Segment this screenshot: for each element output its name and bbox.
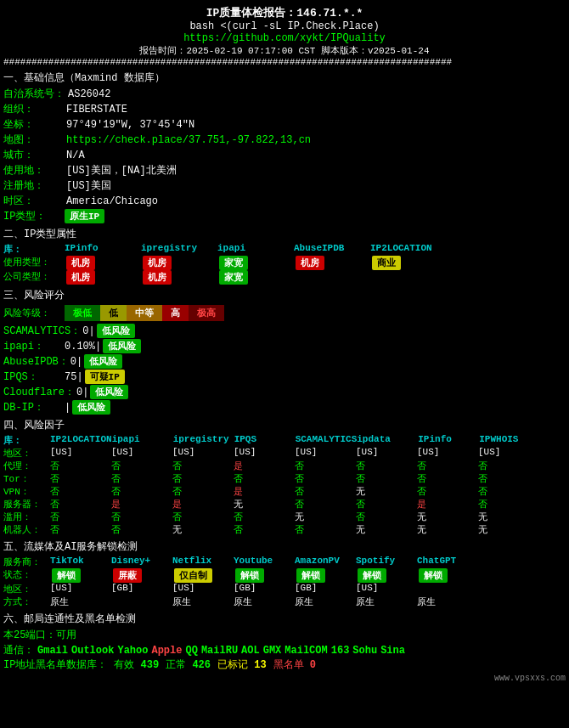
- section4-row-label: 机器人：: [3, 523, 50, 536]
- section4-header-cell: ipapi: [112, 434, 173, 447]
- risk-segment: 极高: [189, 305, 224, 321]
- score-value: 0.10%|: [65, 341, 101, 353]
- score-badge: 低风险: [84, 354, 122, 369]
- section4-header-cell: IPQS: [234, 434, 296, 447]
- section4-row-label: VPN：: [3, 485, 50, 498]
- use-type-badge: 机房: [65, 256, 141, 270]
- service-status-badge: 屏蔽: [111, 568, 172, 583]
- blacklist-label: IP地址黑名单数据库：: [3, 657, 107, 672]
- section4-cell: 无: [356, 485, 417, 498]
- score-label: IPQS：: [3, 370, 63, 384]
- score-row: Cloudflare：0|低风险: [3, 385, 566, 399]
- section4-cell: 是: [172, 498, 234, 511]
- section1-field-row: 使用地：[US]美国，[NA]北美洲: [3, 163, 566, 178]
- section4-cell: 是: [111, 498, 172, 511]
- field-value: [US]美国: [66, 178, 111, 193]
- service-status-badge: 仅自制: [172, 568, 234, 583]
- section4-row-label: 滥用：: [3, 511, 50, 523]
- section4-cell: 否: [417, 485, 478, 498]
- field-label: 时区：: [3, 194, 63, 208]
- comm-service: Apple: [151, 645, 182, 657]
- comm-service: Sina: [380, 645, 405, 657]
- section2-content: 库：IPinfoipregistryipapiAbuseIPDBIP2LOCAT…: [3, 243, 566, 285]
- use-type-row: 使用类型：机房机房家宽机房商业: [3, 256, 566, 270]
- field-link[interactable]: https://check.place/37.751,-97.822,13,cn: [66, 134, 311, 146]
- section4-cell: 无: [172, 523, 234, 536]
- report-time: 报告时间：2025-02-19 07:17:00 CST 脚本版本：v2025-…: [3, 44, 566, 57]
- report-command: bash <(curl -sL IP.Check.Place): [3, 20, 566, 32]
- company-type-badge: 家宽: [217, 270, 294, 285]
- field-label: 自治系统号：: [3, 87, 65, 101]
- section4-cell: 否: [172, 472, 234, 485]
- score-row: DB-IP：|低风险: [3, 400, 566, 415]
- risk-segment: 极低: [65, 305, 100, 321]
- port25-value: 可用: [56, 628, 76, 642]
- use-type-badge: 机房: [294, 256, 370, 270]
- report-header: IP质量体检报告：146.71.*.* bash <(curl -sL IP.C…: [3, 5, 566, 57]
- section4-cell: 否: [172, 460, 234, 472]
- service-region: [US]: [172, 583, 234, 595]
- section4-cell: 否: [478, 485, 539, 498]
- section4-header-cell: IP2LOCATION: [50, 434, 112, 447]
- service-method: 原生: [356, 595, 417, 608]
- section4-cell: 否: [172, 485, 234, 498]
- service-status-badge: 解锁: [295, 568, 356, 583]
- section4-cell: 否: [295, 460, 356, 472]
- section4-data-row: 代理：否否否是否否否否: [3, 460, 566, 472]
- score-label: AbuseIPDB：: [3, 354, 69, 369]
- service-name: TikTok: [50, 556, 111, 568]
- section4-cell: 否: [111, 511, 172, 523]
- section4-data-row: 服务器：否是是无否否是否: [3, 498, 566, 511]
- service-name: AmazonPV: [295, 556, 356, 568]
- company-type-row: 公司类型：机房机房家宽: [3, 270, 566, 285]
- report-github[interactable]: https://github.com/xykt/IPQuality: [3, 32, 566, 44]
- section4-cell: 否: [356, 511, 417, 523]
- section4-cell: 否: [172, 511, 234, 523]
- section1-field-row: 自治系统号：AS26042: [3, 87, 566, 101]
- field-label: 坐标：: [3, 117, 63, 132]
- section4-cell: [US]: [295, 447, 356, 460]
- port25-label: 本25端口：: [3, 628, 56, 642]
- score-badge: 低风险: [72, 400, 110, 415]
- section1-field-row: 时区：America/Chicago: [3, 194, 566, 208]
- service-name: Spotify: [356, 556, 417, 568]
- section2-header-cell: AbuseIPDB: [294, 243, 370, 256]
- section5-method-row: 方式：原生原生原生原生原生原生: [3, 595, 566, 608]
- service-method: 原生: [50, 595, 111, 608]
- section1-field-row: 地图：https://check.place/37.751,-97.822,13…: [3, 133, 566, 147]
- comm-service: MailRU: [201, 645, 238, 657]
- watermark: www.vpsxxs.com: [3, 674, 566, 683]
- risk-segment: 中等: [127, 305, 162, 321]
- company-type-label: 公司类型：: [3, 270, 65, 285]
- section4-header-cell: SCAMALYTICS: [296, 434, 358, 447]
- section4-cell: 否: [295, 472, 356, 485]
- comm-service: AOL: [241, 645, 260, 657]
- service-method: [111, 595, 172, 608]
- comm-service: Sohu: [352, 645, 377, 657]
- section6-title: 六、邮局连通性及黑名单检测: [3, 612, 566, 626]
- service-method: 原生: [295, 595, 356, 608]
- comm-service: Gmail: [37, 645, 68, 657]
- field-value: [US]美国，[NA]北美洲: [66, 163, 177, 178]
- blacklist-item-count: 0: [310, 659, 316, 671]
- blacklist-item: 已标记 13: [217, 657, 267, 672]
- service-method: 原生: [234, 595, 295, 608]
- comm-service: GMX: [263, 645, 282, 657]
- section4-cell: 无: [295, 511, 356, 523]
- field-value: America/Chicago: [66, 195, 158, 207]
- section1-field-row: 注册地：[US]美国: [3, 178, 566, 193]
- use-type-badge: 家宽: [217, 256, 294, 270]
- section4-cell: [US]: [478, 447, 539, 460]
- score-value: 0|: [70, 356, 82, 368]
- field-label: 注册地：: [3, 178, 63, 193]
- method-label: 方式：: [3, 595, 50, 608]
- blacklist-item-count: 13: [254, 659, 266, 671]
- section4-cell: 无: [356, 523, 417, 536]
- score-row: ipapi：0.10%|低风险: [3, 339, 566, 353]
- section1-field-row: 坐标：97°49'19"W, 37°45'4"N: [3, 117, 566, 132]
- section4-cell: 否: [234, 511, 295, 523]
- section4-cell: 否: [295, 523, 356, 536]
- section4-data-row: 地区：[US][US][US][US][US][US][US][US]: [3, 447, 566, 460]
- section4-cell: 否: [356, 498, 417, 511]
- score-badge: 低风险: [103, 339, 141, 353]
